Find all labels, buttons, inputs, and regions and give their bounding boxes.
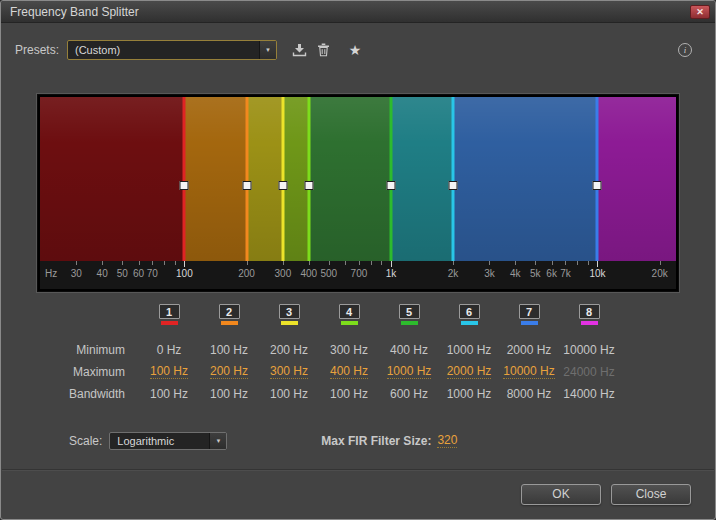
scale-dropdown[interactable]: Logarithmic ▼ (109, 432, 227, 450)
save-preset-icon[interactable] (289, 41, 309, 59)
axis-tick-label: 6k (546, 268, 557, 279)
maximum-value-band-6[interactable]: 2000 Hz (447, 365, 492, 379)
band-split-handle-7[interactable] (593, 181, 602, 190)
maximum-cell-band-5: 1000 Hz (379, 361, 439, 383)
band-number-chip: 7 (519, 304, 540, 319)
axis-tick-label: 400 (300, 268, 317, 279)
band-color-swatch (401, 321, 418, 325)
save-preset-glyph (292, 43, 307, 57)
band-region-2 (184, 97, 246, 261)
band-color-swatch (461, 321, 478, 325)
bandwidth-value-band-5: 600 Hz (379, 383, 439, 405)
band-number-chip: 8 (579, 304, 600, 319)
band-number-chip: 4 (339, 304, 360, 319)
band-region-7 (453, 97, 597, 261)
axis-tick-label: 300 (275, 268, 292, 279)
band-indicator-7: 7 (499, 304, 559, 334)
minimum-value-band-8: 10000 Hz (559, 339, 619, 361)
axis-tick (597, 261, 598, 267)
axis-tick (588, 261, 589, 265)
scale-dropdown-value: Logarithmic (110, 433, 209, 449)
maximum-cell-band-8: 24000 Hz (559, 361, 619, 383)
axis-unit-label: Hz (45, 268, 57, 279)
axis-tick-label: 700 (351, 268, 368, 279)
axis-tick-label: 20k (652, 268, 668, 279)
axis-tick (164, 261, 165, 265)
axis-tick (565, 261, 566, 265)
band-region-1 (40, 97, 184, 261)
favorite-preset-icon[interactable]: ★ (345, 41, 365, 59)
band-split-handle-1[interactable] (180, 181, 189, 190)
axis-tick (345, 261, 346, 265)
axis-tick (175, 261, 176, 265)
band-region-5 (309, 97, 391, 261)
axis-tick (283, 261, 284, 265)
presets-dropdown[interactable]: (Custom) ▼ (67, 40, 277, 60)
presets-row: Presets: (Custom) ▼ ★ i (15, 39, 701, 61)
close-button[interactable]: Close (611, 484, 691, 505)
band-indicator-6: 6 (439, 304, 499, 334)
footer-bar: OK Close (2, 469, 714, 518)
band-color-swatch (521, 321, 538, 325)
axis-tick (329, 261, 330, 265)
maximum-value-band-3[interactable]: 300 Hz (270, 365, 308, 379)
delete-preset-icon[interactable] (313, 41, 333, 59)
maximum-cell-band-2: 200 Hz (199, 361, 259, 383)
axis-tick (371, 261, 372, 265)
maximum-value-band-2[interactable]: 200 Hz (210, 365, 248, 379)
chevron-down-icon: ▼ (209, 433, 226, 449)
grid-spacer (15, 304, 139, 326)
maximum-value-band-1[interactable]: 100 Hz (150, 365, 188, 379)
band-split-handle-6[interactable] (449, 181, 458, 190)
axis-tick-label: 1k (386, 268, 397, 279)
maximum-value-band-8: 24000 Hz (563, 365, 614, 379)
band-boundary-line-5 (389, 97, 392, 261)
maximum-value-band-5[interactable]: 1000 Hz (387, 365, 432, 379)
band-boundary-line-1 (183, 97, 186, 261)
scale-label: Scale: (69, 434, 102, 448)
band-indicator-1: 1 (139, 304, 199, 334)
ok-button[interactable]: OK (521, 484, 601, 505)
band-region-8 (597, 97, 676, 261)
band-region-4 (283, 97, 309, 261)
window-close-button[interactable]: ✕ (690, 5, 710, 19)
axis-tick-label: 500 (320, 268, 337, 279)
axis-tick-label: 30 (71, 268, 82, 279)
axis-tick-label: 10k (589, 268, 605, 279)
minimum-value-band-2: 100 Hz (199, 339, 259, 361)
band-indicator-8: 8 (559, 304, 619, 334)
axis-tick (552, 261, 553, 265)
axis-tick-label: 60 (133, 268, 144, 279)
band-split-handle-2[interactable] (242, 181, 251, 190)
axis-tick-label: 7k (560, 268, 571, 279)
band-color-swatch (281, 321, 298, 325)
axis-tick-label: 5k (530, 268, 541, 279)
minimum-value-band-7: 2000 Hz (499, 339, 559, 361)
minimum-value-band-3: 200 Hz (259, 339, 319, 361)
bandwidth-value-band-7: 8000 Hz (499, 383, 559, 405)
band-color-swatch (221, 321, 238, 325)
info-icon[interactable]: i (678, 43, 692, 57)
band-color-swatch (341, 321, 358, 325)
axis-tick-label: 200 (238, 268, 255, 279)
band-split-handle-4[interactable] (304, 181, 313, 190)
fir-size-value[interactable]: 320 (437, 434, 457, 448)
band-split-handle-5[interactable] (386, 181, 395, 190)
fir-size-label: Max FIR Filter Size: (321, 434, 431, 448)
frequency-axis: Hz 30405060701002003004005007001k2k3k4k5… (40, 261, 676, 289)
maximum-cell-band-4: 400 Hz (319, 361, 379, 383)
bandwidth-value-band-3: 100 Hz (259, 383, 319, 405)
band-color-swatch (161, 321, 178, 325)
band-indicator-5: 5 (379, 304, 439, 334)
maximum-value-band-4[interactable]: 400 Hz (330, 365, 368, 379)
band-number-chip: 1 (159, 304, 180, 319)
bandwidth-value-band-8: 14000 Hz (559, 383, 619, 405)
band-split-handle-3[interactable] (278, 181, 287, 190)
maximum-cell-band-1: 100 Hz (139, 361, 199, 383)
minimum-value-band-4: 300 Hz (319, 339, 379, 361)
axis-tick (102, 261, 103, 265)
maximum-value-band-7[interactable]: 10000 Hz (503, 365, 554, 379)
band-number-chip: 6 (459, 304, 480, 319)
band-number-chip: 3 (279, 304, 300, 319)
axis-tick (453, 261, 454, 265)
